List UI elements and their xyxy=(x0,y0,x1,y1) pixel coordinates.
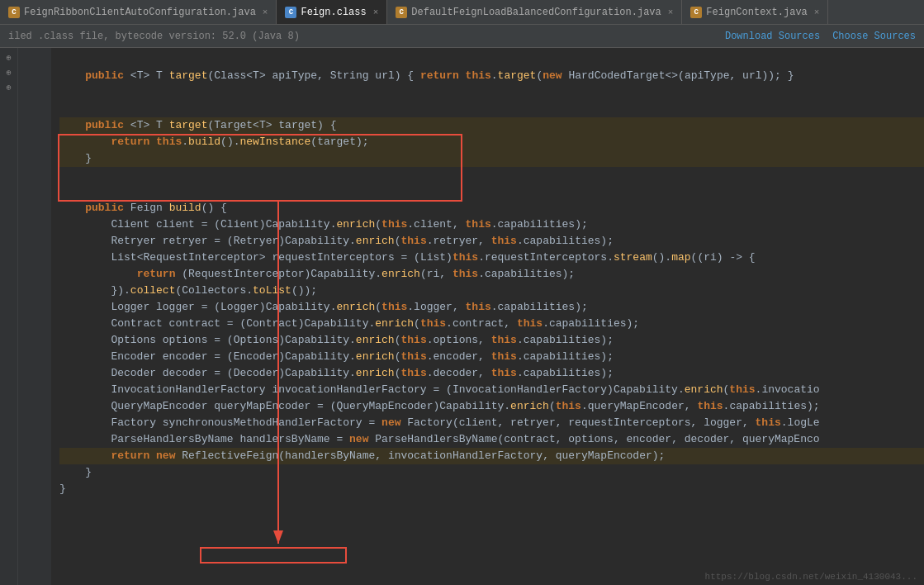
tab-close-4-icon[interactable]: × xyxy=(814,7,820,17)
code-line-6: return this.build().newInstance(target); xyxy=(59,134,924,150)
line-numbers xyxy=(18,48,51,585)
watermark: https://blog.csdn.net/weixin_4130043... xyxy=(705,572,917,582)
ln-32 xyxy=(18,564,45,580)
code-line-19: Encoder encoder = (Encoder)Capability.en… xyxy=(59,349,924,365)
code-line-15: }).collect(Collectors.toList()); xyxy=(59,283,924,299)
gutter-icon-2: ⊕ xyxy=(2,66,16,79)
code-line-14: return (RequestInterceptor)Capability.en… xyxy=(59,266,924,283)
ln-12 xyxy=(18,233,45,250)
ln-30 xyxy=(18,530,45,547)
ln-33 xyxy=(18,580,45,585)
ln-23 xyxy=(18,415,45,431)
info-bar: iled .class file, bytecode version: 52.0… xyxy=(0,25,924,48)
code-area[interactable]: public <T> T target(Class<T> apiType, St… xyxy=(51,48,924,585)
ln-28 xyxy=(18,497,45,514)
code-line-31 xyxy=(59,547,924,564)
ln-24 xyxy=(18,431,45,448)
ln-3 xyxy=(18,84,45,101)
info-actions: Download Sources Choose Sources xyxy=(725,31,916,42)
ln-8 xyxy=(18,167,45,183)
code-line-27: } xyxy=(59,481,924,497)
ln-5 xyxy=(18,117,45,134)
code-line-3 xyxy=(59,84,924,101)
code-line-30 xyxy=(59,530,924,547)
tab-close-icon[interactable]: × xyxy=(263,7,268,17)
code-line-12: Retryer retryer = (Retryer)Capability.en… xyxy=(59,233,924,250)
code-line-5: public <T> T target(Target<T> target) { xyxy=(59,117,924,134)
editor-container: ⊕ ⊕ ⊕ xyxy=(0,48,924,585)
code-line-24: ParseHandlersByName handlersByName = new… xyxy=(59,431,924,448)
ln-2 xyxy=(18,68,45,84)
code-line-28 xyxy=(59,497,924,514)
tab-label-default: DefaultFeignLoadBalancedConfiguration.ja… xyxy=(411,7,661,18)
tab-feigncontext[interactable]: c FeignContext.java × xyxy=(682,0,828,25)
code-line-29 xyxy=(59,514,924,530)
download-sources-link[interactable]: Download Sources xyxy=(725,31,820,42)
tab-label-active: Feign.class xyxy=(301,7,366,18)
code-line-2: public <T> T target(Class<T> apiType, St… xyxy=(59,68,924,84)
ln-19 xyxy=(18,349,45,365)
class-icon: c xyxy=(285,7,296,18)
code-line-10: public Feign build() { xyxy=(59,200,924,216)
ln-14 xyxy=(18,266,45,283)
java-icon-3: c xyxy=(690,7,702,18)
tab-close-active-icon[interactable]: × xyxy=(373,7,379,17)
tab-label: FeignRibbonClientAutoConfiguration.java xyxy=(24,7,256,18)
gutter-icon-3: ⊕ xyxy=(2,81,16,94)
java-icon: c xyxy=(8,7,20,18)
code-line-11: Client client = (Client)Capability.enric… xyxy=(59,216,924,233)
ln-6 xyxy=(18,134,45,150)
ln-10 xyxy=(18,200,45,216)
tab-label-feigncontext: FeignContext.java xyxy=(706,7,807,18)
code-line-4 xyxy=(59,101,924,117)
ln-29 xyxy=(18,514,45,530)
tab-feign-class[interactable]: c Feign.class × xyxy=(277,0,387,25)
code-line-26: } xyxy=(59,464,924,481)
ln-27 xyxy=(18,481,45,497)
info-message: iled .class file, bytecode version: 52.0… xyxy=(8,31,300,42)
ln-7 xyxy=(18,150,45,167)
java-icon-2: c xyxy=(396,7,407,18)
tab-defaultfeign[interactable]: c DefaultFeignLoadBalancedConfiguration.… xyxy=(387,0,682,25)
ln-11 xyxy=(18,216,45,233)
code-line-20: Decoder decoder = (Decoder)Capability.en… xyxy=(59,365,924,382)
choose-sources-link[interactable]: Choose Sources xyxy=(832,31,916,42)
code-line-1 xyxy=(59,51,924,68)
tab-feignribbon[interactable]: c FeignRibbonClientAutoConfiguration.jav… xyxy=(0,0,277,25)
ln-22 xyxy=(18,398,45,415)
ln-4 xyxy=(18,101,45,117)
ln-15 xyxy=(18,283,45,299)
code-line-13: List<RequestInterceptor> requestIntercep… xyxy=(59,250,924,266)
gutter-icon-1: ⊕ xyxy=(2,51,16,64)
ln-16 xyxy=(18,299,45,316)
gutter-icons: ⊕ ⊕ ⊕ xyxy=(0,48,18,585)
code-line-21: InvocationHandlerFactory invocationHandl… xyxy=(59,382,924,398)
ln-25 xyxy=(18,448,45,464)
code-line-9 xyxy=(59,183,924,200)
ln-13 xyxy=(18,250,45,266)
ln-9 xyxy=(18,183,45,200)
code-line-25: return new ReflectiveFeign(handlersByNam… xyxy=(59,448,924,464)
tab-close-3-icon[interactable]: × xyxy=(668,7,674,17)
ln-17 xyxy=(18,316,45,332)
ln-21 xyxy=(18,382,45,398)
code-line-17: Contract contract = (Contract)Capability… xyxy=(59,316,924,332)
code-line-8 xyxy=(59,167,924,183)
code-line-22: QueryMapEncoder queryMapEncoder = (Query… xyxy=(59,398,924,415)
code-line-18: Options options = (Options)Capability.en… xyxy=(59,332,924,349)
ln-31 xyxy=(18,547,45,564)
ln-20 xyxy=(18,365,45,382)
ln-1 xyxy=(18,51,45,68)
ln-18 xyxy=(18,332,45,349)
code-line-23: Factory synchronousMethodHandlerFactory … xyxy=(59,415,924,431)
code-line-7: } xyxy=(59,150,924,167)
code-line-16: Logger logger = (Logger)Capability.enric… xyxy=(59,299,924,316)
tab-bar: c FeignRibbonClientAutoConfiguration.jav… xyxy=(0,0,924,25)
ln-26 xyxy=(18,464,45,481)
